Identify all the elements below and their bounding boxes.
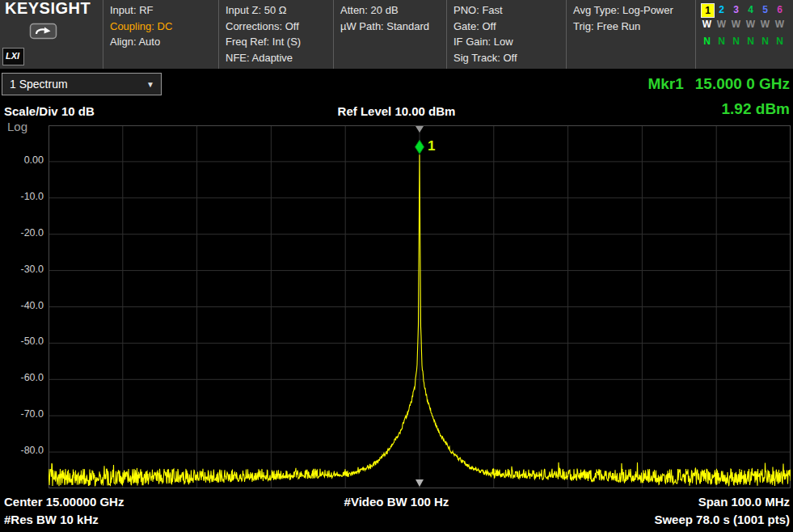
y-axis-label: -50.0 [0,336,44,347]
status-atten-line: Atten: 20 dB [340,2,443,19]
video-bw-label[interactable]: #Video BW 100 Hz [0,495,793,509]
status-nfe-line: NFE: Adaptive [226,50,330,66]
trace-4-type-indicator[interactable]: W [744,18,757,31]
status-if-gain-line: IF Gain: Low [453,34,563,50]
marker-1-number-label: 1 [428,138,435,154]
status-bar: KEYSIGHT LXI Input: RF Coupling: DC Alig… [0,0,793,69]
y-axis-label: -80.0 [0,445,44,456]
trace-3-type-indicator[interactable]: W [730,18,742,31]
status-sig-track-line: Sig Track: Off [453,50,563,66]
res-bw-label[interactable]: #Res BW 10 kHz [4,513,99,526]
trace-4-detector-indicator[interactable]: N [744,35,757,48]
trace-4-number-indicator[interactable]: 4 [744,3,757,16]
chevron-down-icon: ▼ [146,74,154,95]
status-uw-path-line: µW Path: Standard [340,19,443,35]
marker-frequency-value: 15.000 0 GHz [695,75,790,92]
status-column-avg[interactable]: Avg Type: Log-Power Trig: Free Run [566,0,695,69]
trace-1-type-indicator[interactable]: W [701,18,713,31]
status-corrections-line: Corrections: Off [226,19,330,35]
spectrum-analyzer-screen: KEYSIGHT LXI Input: RF Coupling: DC Alig… [0,0,793,532]
lxi-badge: LXI [2,48,24,66]
window-selector-dropdown[interactable]: 1 Spectrum ▼ [2,73,162,95]
y-axis-label: -60.0 [0,372,44,383]
remote-display-icon [29,22,58,41]
trace-indicator-grid: 123456WWWWWWNNNNNN [701,3,791,52]
status-column-impedance[interactable]: Input Z: 50 Ω Corrections: Off Freq Ref:… [218,0,333,69]
marker-1-diamond-icon [415,140,424,154]
y-axis-label: -10.0 [0,191,44,202]
trace-5-number-indicator[interactable]: 5 [759,3,771,16]
y-axis-label: -20.0 [0,227,44,239]
status-freq-ref-line: Freq Ref: Int (S) [226,34,330,50]
ref-level-label[interactable]: Ref Level 10.00 dBm [0,104,793,118]
marker-top-indicator-icon [415,126,424,133]
trace-6-detector-indicator[interactable]: N [774,35,786,48]
trace-2-detector-indicator[interactable]: N [715,35,728,48]
trace-3-number-indicator[interactable]: 3 [730,3,742,16]
marker-name: Mkr1 [647,75,683,92]
spectrum-plot-area[interactable]: 1 [49,125,791,488]
trace-6-number-indicator[interactable]: 6 [774,3,786,16]
trace-1-number-indicator[interactable]: 1 [701,3,715,18]
trace-3-detector-indicator[interactable]: N [730,35,742,48]
status-input-z-line: Input Z: 50 Ω [226,2,330,19]
spectrum-plot-svg: 1 [49,125,791,488]
keysight-logo: KEYSIGHT [0,0,103,17]
center-frequency-indicator-icon [415,479,424,487]
trace-indicators: 123456WWWWWWNNNNNN [695,0,793,69]
trace-5-detector-indicator[interactable]: N [759,35,771,48]
status-column-input[interactable]: Input: RF Coupling: DC Align: Auto [103,0,218,69]
status-input-line: Input: RF [110,2,215,19]
status-gate-line: Gate: Off [453,19,563,35]
brand-area: KEYSIGHT LXI [0,0,103,69]
sweep-label[interactable]: Sweep 78.0 s (1001 pts) [654,513,790,526]
status-align-line: Align: Auto [110,34,215,50]
status-pno-line: PNO: Fast [453,2,563,19]
y-axis-label: 0.00 [0,154,44,166]
y-axis-label: -30.0 [0,264,44,275]
status-trig-line: Trig: Free Run [573,19,692,35]
trace-2-number-indicator[interactable]: 2 [715,3,728,16]
window-selector-label: 1 Spectrum [10,78,68,91]
trace-1-detector-indicator[interactable]: N [701,35,713,48]
y-axis-label: -70.0 [0,408,44,420]
status-column-pno[interactable]: PNO: Fast Gate: Off IF Gain: Low Sig Tra… [446,0,566,69]
span-label[interactable]: Span 100.0 MHz [698,495,790,509]
marker-frequency-readout[interactable]: Mkr115.000 0 GHz [647,75,790,93]
trace-2-type-indicator[interactable]: W [715,18,728,31]
y-axis-label: -40.0 [0,300,44,311]
status-column-atten[interactable]: Atten: 20 dB µW Path: Standard [333,0,446,69]
trace-5-type-indicator[interactable]: W [759,18,771,31]
y-axis-labels: 0.00-10.0-20.0-30.0-40.0-50.0-60.0-70.0-… [0,125,44,488]
status-avg-type-line: Avg Type: Log-Power [573,2,692,19]
status-coupling-line: Coupling: DC [110,19,215,35]
trace-6-type-indicator[interactable]: W [774,18,786,31]
